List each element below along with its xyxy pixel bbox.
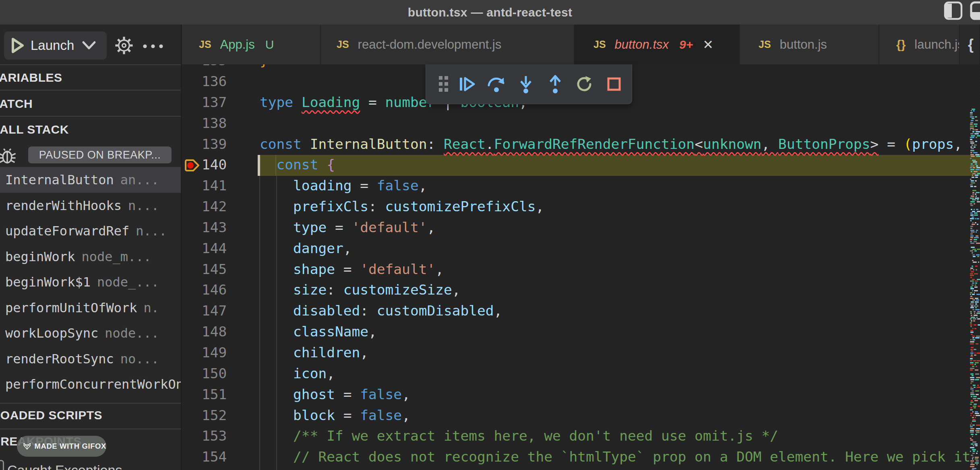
tab-react-dom.development.js[interactable]: JSreact-dom.development.js <box>321 25 575 64</box>
code-text: children, <box>260 342 368 363</box>
editor-group: JSApp.jsUJSreact-dom.development.jsJSbut… <box>181 25 980 470</box>
more-actions-icon[interactable] <box>143 44 163 49</box>
code-text: } <box>260 64 268 71</box>
debug-stop-button[interactable] <box>602 70 626 99</box>
code-editor[interactable]: 135}136137type Loading = number | boolea… <box>181 64 980 470</box>
toggle-sidebar-icon[interactable] <box>944 1 963 20</box>
code-text: const InternalButton: React.ForwardRefRe… <box>260 134 962 155</box>
tab-launch.json[interactable]: {}launch.json <box>879 25 960 64</box>
stack-frame-performConcurrentWorkOnRoot[interactable]: performConcurrentWorkOnRoot <box>0 371 181 397</box>
code-text: danger, <box>260 238 352 259</box>
line-number[interactable]: 136 <box>202 71 227 92</box>
line-number[interactable]: 142 <box>202 196 227 217</box>
code-text: ghost = false, <box>260 384 410 405</box>
line-number[interactable]: 146 <box>202 280 227 301</box>
code-line-138: 138 <box>181 113 980 134</box>
code-text: /** If we extract items here, we don't n… <box>260 426 778 447</box>
stack-frame-name: renderWithHooks <box>5 198 122 213</box>
stack-frame-updateForwardRef[interactable]: updateForwardRefn... <box>0 218 181 244</box>
code-text: shape = 'default', <box>260 259 444 280</box>
line-number[interactable]: 149 <box>202 342 227 363</box>
code-line-142: 142 prefixCls: customizePrefixCls, <box>181 196 980 217</box>
tab-App.js[interactable]: JSApp.jsU <box>182 25 321 64</box>
close-tab-icon[interactable]: ✕ <box>703 37 713 52</box>
toggle-panel-icon[interactable] <box>970 1 980 20</box>
line-number[interactable]: 139 <box>202 134 227 155</box>
gifox-watermark: MADE WITH GIFOX <box>17 436 106 457</box>
stack-frame-workLoopSync[interactable]: workLoopSyncnode... <box>0 320 181 346</box>
section-call-stack[interactable]: CALL STACK <box>0 123 172 136</box>
stack-frame-name: performConcurrentWorkOnRoot <box>5 377 181 392</box>
vscode-window: button.tsx — antd-react-test Launch <box>0 0 980 470</box>
line-number[interactable]: 140 <box>202 155 227 175</box>
debug-continue-button[interactable] <box>455 70 479 99</box>
start-debug-icon[interactable] <box>10 37 25 54</box>
stack-frame-source: no... <box>120 351 159 367</box>
code-text: const { <box>260 155 335 175</box>
line-number[interactable]: 150 <box>202 363 227 384</box>
debug-step-over-button[interactable] <box>484 70 509 99</box>
line-number[interactable]: 152 <box>202 405 227 426</box>
tab-label: launch.json <box>914 37 960 52</box>
line-number[interactable]: 151 <box>202 384 227 405</box>
breakpoint-paused-icon[interactable] <box>184 157 201 174</box>
debug-step-out-button[interactable] <box>543 70 567 99</box>
json-file-icon: {} <box>896 38 906 52</box>
code-line-143: 143 type = 'default', <box>181 217 980 238</box>
line-number[interactable]: 138 <box>202 113 227 134</box>
window-title: button.tsx — antd-react-test <box>0 0 980 25</box>
divider <box>0 116 181 117</box>
breakpoint-item-caught-exceptions[interactable]: Caught Exceptions <box>0 462 181 470</box>
javascript-file-icon: JS <box>337 39 349 50</box>
stack-frame-beginWork$1[interactable]: beginWork$1node_... <box>0 269 181 295</box>
gear-icon[interactable] <box>114 36 134 55</box>
launch-config-dropdown[interactable]: Launch <box>4 31 107 60</box>
stack-frame-beginWork[interactable]: beginWorknode_m... <box>0 244 181 270</box>
sidebar-resize-handle[interactable] <box>181 25 182 470</box>
stack-frame-renderWithHooks[interactable]: renderWithHooksn... <box>0 193 181 219</box>
stack-frame-name: beginWork <box>5 249 75 264</box>
code-text: block = false, <box>260 405 410 426</box>
section-variables[interactable]: VARIABLES <box>0 71 172 85</box>
paused-on-breakpoint-badge: PAUSED ON BREAKP... <box>28 146 172 163</box>
stack-frame-source: n... <box>128 198 159 213</box>
tab-bar: JSApp.jsUJSreact-dom.development.jsJSbut… <box>181 25 980 64</box>
section-watch[interactable]: WATCH <box>0 97 169 111</box>
toolbar-drag-handle[interactable] <box>437 74 449 95</box>
divider <box>0 90 181 91</box>
code-line-140: 140 const { <box>181 155 980 175</box>
javascript-file-icon: JS <box>759 39 771 50</box>
stack-frame-performUnitOfWork[interactable]: performUnitOfWorkn. <box>0 295 181 321</box>
fox-icon <box>23 438 31 454</box>
git-untracked-badge: U <box>265 38 274 52</box>
line-number[interactable]: 154 <box>202 447 227 468</box>
line-number[interactable]: 141 <box>202 175 227 196</box>
debug-step-into-button[interactable] <box>514 70 538 99</box>
code-text: loading = false, <box>260 175 427 196</box>
section-loaded-scripts[interactable]: LOADED SCRIPTS <box>0 408 174 422</box>
debug-restart-button[interactable] <box>573 70 597 99</box>
line-number[interactable]: 153 <box>202 426 227 447</box>
code-line-153: 153 /** If we extract items here, we don… <box>181 426 980 447</box>
tab-button.js[interactable]: JSbutton.js <box>740 25 879 64</box>
divider <box>0 429 181 429</box>
line-number[interactable]: 137 <box>202 92 227 113</box>
code-line-152: 152 block = false, <box>181 405 980 426</box>
minimap[interactable] <box>970 104 980 470</box>
caught-exceptions-checkbox[interactable] <box>0 460 4 470</box>
stack-frame-renderRootSync[interactable]: renderRootSyncno... <box>0 346 181 372</box>
line-number[interactable]: 143 <box>202 217 227 238</box>
line-number[interactable]: 135 <box>202 64 227 71</box>
tab-partial[interactable]: { <box>960 25 980 64</box>
line-number[interactable]: 148 <box>202 322 227 342</box>
code-line-141: 141 loading = false, <box>181 175 980 196</box>
watermark-label: MADE WITH GIFOX <box>34 442 106 451</box>
line-number[interactable]: 145 <box>202 259 227 280</box>
line-number[interactable]: 144 <box>202 238 227 259</box>
stack-frame-name: beginWork$1 <box>5 274 91 290</box>
stack-frame-name: renderRootSync <box>5 351 114 367</box>
debug-sidebar: Launch <box>0 25 181 470</box>
tab-button.tsx[interactable]: JSbutton.tsx9+✕ <box>575 25 740 64</box>
stack-frame-InternalButton[interactable]: InternalButtonan... <box>0 167 181 193</box>
line-number[interactable]: 147 <box>202 301 227 322</box>
